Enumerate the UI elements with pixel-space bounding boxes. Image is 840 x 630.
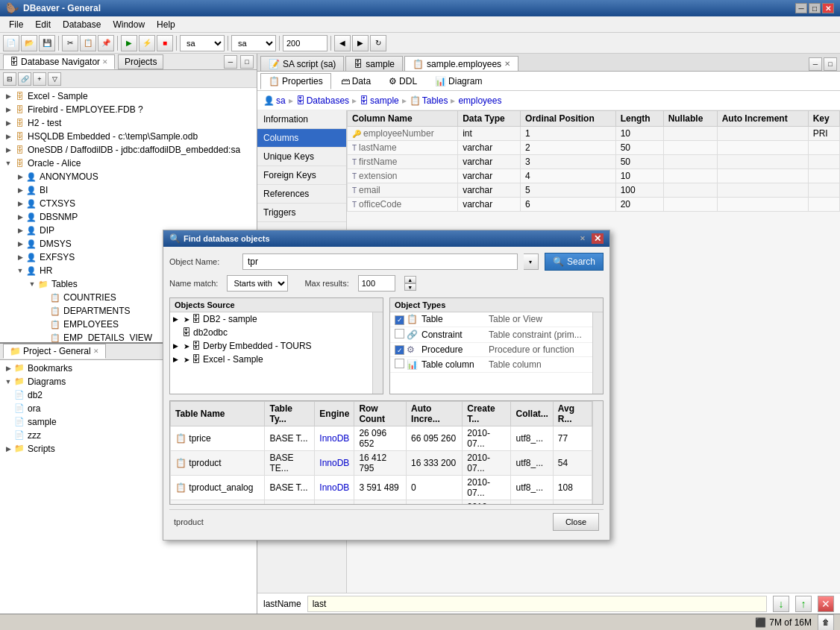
type-tablecolumn-row[interactable]: 📊 Table column Table column xyxy=(390,357,592,373)
res-engine[interactable]: InnoDB xyxy=(315,476,354,500)
dialog-title-bar: 🔍 Find database objects ✕ ✕ xyxy=(163,230,609,247)
results-scrollbar[interactable] xyxy=(592,401,603,504)
max-results-label: Max results: xyxy=(304,279,348,288)
source-db-icon: 🗄 xyxy=(192,341,201,351)
res-header-avgrow[interactable]: Avg R... xyxy=(553,402,592,426)
results-table-wrapper: Table Name Table Ty... Engine Row Count … xyxy=(170,401,592,504)
source-arrow-icon: ➤ xyxy=(184,356,189,364)
res-collation: utf8_... xyxy=(511,476,553,500)
results-scroll-area[interactable]: Table Name Table Ty... Engine Row Count … xyxy=(170,401,603,504)
object-types-title: Object Types xyxy=(390,298,603,312)
source-arrow-icon: ➤ xyxy=(184,315,189,324)
res-rowcount: 16 412 795 xyxy=(354,451,407,476)
objects-source-panel: Objects Source ▶ ➤ 🗄 DB2 - sample 🗄 xyxy=(169,297,383,394)
constraint-type-icon: 🔗 xyxy=(407,330,421,340)
res-createtime: 2010-07... xyxy=(463,500,511,505)
dialog-status-text: tproduct xyxy=(174,517,204,526)
dialog-options-row: Name match: Starts with Contains Ends wi… xyxy=(169,275,604,292)
type-procedure-desc: Procedure or function xyxy=(489,344,588,355)
object-name-label: Object Name: xyxy=(169,257,236,266)
find-dialog-overlay: 🔍 Find database objects ✕ ✕ Object Name:… xyxy=(0,0,840,630)
type-table-row[interactable]: ✓ 📋 Table Table or View xyxy=(390,312,592,327)
result-row-tprice[interactable]: 📋 tprice BASE T... InnoDB 26 096 652 66 … xyxy=(171,426,592,451)
tablecolumn-type-icon: 📊 xyxy=(407,359,421,370)
res-autoinc: 0 xyxy=(407,476,463,500)
res-type: BASE T... xyxy=(265,500,315,505)
sources-scrollbar[interactable] xyxy=(372,312,383,394)
type-tablecolumn-check[interactable] xyxy=(395,359,407,371)
res-name: 📋 tproduct_replace xyxy=(171,500,265,505)
max-results-input[interactable] xyxy=(358,275,395,292)
max-results-spinner: ▲ ▼ xyxy=(404,276,416,291)
source-db-icon: 🗄 xyxy=(192,354,201,365)
search-button[interactable]: 🔍 Search xyxy=(545,253,604,271)
res-header-name[interactable]: Table Name xyxy=(171,402,265,426)
object-types-panel: Object Types ✓ 📋 Table Table or View xyxy=(389,297,604,394)
object-name-dropdown[interactable]: ▾ xyxy=(524,253,539,270)
sources-panel-content: ▶ ➤ 🗄 DB2 - sample 🗄 db2odbc ▶ xyxy=(170,312,383,394)
type-table-name: Table xyxy=(421,314,489,324)
source-derby[interactable]: ▶ ➤ 🗄 Derby Embedded - TOURS xyxy=(170,339,372,353)
result-row-tproduct-replace[interactable]: 📋 tproduct_replace BASE T... InnoDB 4 87… xyxy=(171,500,592,505)
dialog-body: Object Name: ▾ 🔍 Search Name match: Star… xyxy=(163,247,609,540)
name-match-label: Name match: xyxy=(169,279,218,288)
res-header-type[interactable]: Table Ty... xyxy=(265,402,315,426)
res-autoinc: 0 xyxy=(407,500,463,505)
spinner-up[interactable]: ▲ xyxy=(404,276,416,283)
spinner-down[interactable]: ▼ xyxy=(404,283,416,291)
res-createtime: 2010-07... xyxy=(463,426,511,451)
type-constraint-desc: Table constraint (prim... xyxy=(489,330,588,340)
res-header-autoinc[interactable]: Auto Incre... xyxy=(407,402,463,426)
checkbox-procedure[interactable]: ✓ xyxy=(395,345,404,355)
dialog-close-button[interactable]: Close xyxy=(553,513,599,531)
res-avgrow: 77 xyxy=(553,426,592,451)
res-engine[interactable]: InnoDB xyxy=(315,500,354,505)
type-procedure-check[interactable]: ✓ xyxy=(395,344,407,356)
type-table-desc: Table or View xyxy=(489,314,588,324)
res-header-engine[interactable]: Engine xyxy=(315,402,354,426)
dialog-tab-close-icon[interactable]: ✕ xyxy=(580,235,586,242)
checkbox-constraint[interactable] xyxy=(395,329,404,338)
table-type-icon: 📋 xyxy=(407,314,421,324)
source-db-icon: 🗄 xyxy=(192,314,201,324)
res-header-collation[interactable]: Collat... xyxy=(511,402,553,426)
res-engine[interactable]: InnoDB xyxy=(315,451,354,476)
res-header-rowcount[interactable]: Row Count xyxy=(354,402,407,426)
expand-icon: ▶ xyxy=(173,342,184,350)
objects-source-title: Objects Source xyxy=(170,298,383,312)
name-match-select[interactable]: Starts with Contains Ends with Exact xyxy=(227,275,288,292)
type-table-check[interactable]: ✓ xyxy=(395,314,407,325)
res-avgrow: 108 xyxy=(553,476,592,500)
checkbox-tablecolumn[interactable] xyxy=(395,359,404,368)
checkbox-table[interactable]: ✓ xyxy=(395,315,404,325)
type-constraint-name: Constraint xyxy=(421,330,489,340)
types-scrollbar[interactable] xyxy=(592,312,603,394)
res-name: 📋 tproduct xyxy=(171,451,265,476)
res-avgrow: 78 xyxy=(553,500,592,505)
type-tablecolumn-desc: Table column xyxy=(489,359,588,370)
res-autoinc: 16 333 200 xyxy=(407,451,463,476)
sources-tree[interactable]: ▶ ➤ 🗄 DB2 - sample 🗄 db2odbc ▶ xyxy=(170,312,372,394)
dialog-close-button[interactable]: ✕ xyxy=(592,233,604,244)
res-header-createtime[interactable]: Create T... xyxy=(463,402,511,426)
res-rowcount: 3 591 489 xyxy=(354,476,407,500)
res-createtime: 2010-07... xyxy=(463,476,511,500)
type-constraint-check[interactable] xyxy=(395,329,407,341)
object-name-input[interactable] xyxy=(242,253,518,270)
result-row-tproduct[interactable]: 📋 tproduct BASE TE... InnoDB 16 412 795 … xyxy=(171,451,592,476)
source-db2odbc[interactable]: 🗄 db2odbc xyxy=(170,326,372,339)
result-row-tproduct-analog[interactable]: 📋 tproduct_analog BASE T... InnoDB 3 591… xyxy=(171,476,592,500)
res-type: BASE T... xyxy=(265,476,315,500)
source-excel[interactable]: ▶ ➤ 🗄 Excel - Sample xyxy=(170,353,372,366)
res-engine[interactable]: InnoDB xyxy=(315,426,354,451)
source-db2-sample[interactable]: ▶ ➤ 🗄 DB2 - sample xyxy=(170,312,372,326)
dialog-title-icon: 🔍 xyxy=(169,233,181,244)
res-type: BASE T... xyxy=(265,426,315,451)
res-name: 📋 tproduct_analog xyxy=(171,476,265,500)
type-constraint-row[interactable]: 🔗 Constraint Table constraint (prim... xyxy=(390,327,592,343)
type-procedure-row[interactable]: ✓ ⚙ Procedure Procedure or function xyxy=(390,343,592,358)
expand-icon: ▶ xyxy=(173,315,184,323)
search-icon: 🔍 xyxy=(553,256,564,267)
res-type: BASE TE... xyxy=(265,451,315,476)
res-collation: utf8_... xyxy=(511,451,553,476)
